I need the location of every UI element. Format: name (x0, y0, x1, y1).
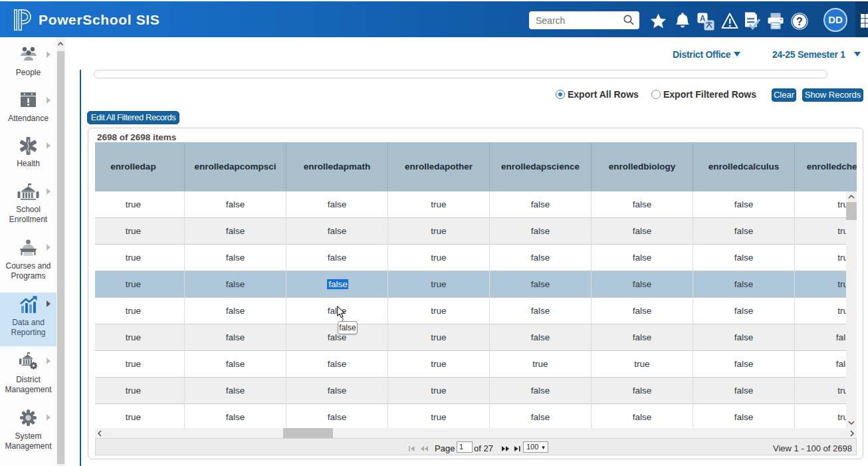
svg-text:?: ? (796, 16, 803, 27)
